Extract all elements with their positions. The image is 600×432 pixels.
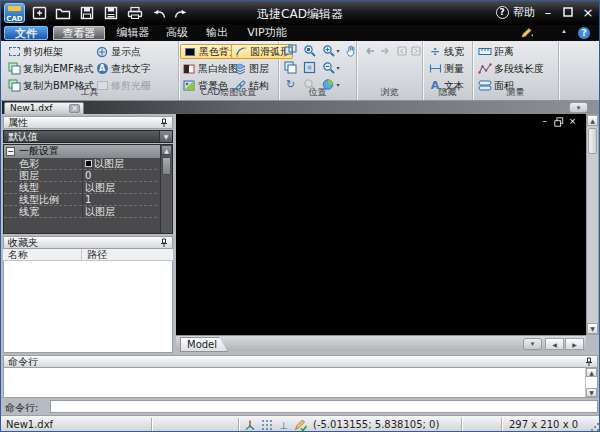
layout-tab-bar: Model ▾ ◀ ▶: [176, 335, 586, 351]
canvas-vertical-scrollbar[interactable]: ▲ ▼: [586, 114, 599, 335]
mdi-minimize-icon[interactable]: –: [539, 116, 550, 126]
ortho-mode-icon[interactable]: ⊥: [276, 418, 291, 432]
property-row-color[interactable]: 色彩 以图层: [4, 158, 157, 170]
crop-frame-button[interactable]: 剪切框架: [5, 44, 65, 59]
grid-snap-icon[interactable]: [259, 418, 274, 432]
draft-check-icon[interactable]: [293, 418, 308, 432]
group-label-hide: 隐藏: [423, 86, 472, 99]
collapse-category-icon[interactable]: −: [6, 147, 15, 156]
scroll-up-icon[interactable]: ▲: [161, 145, 172, 155]
hide-lineweight-button[interactable]: ÷ 线宽: [426, 44, 466, 59]
drawing-canvas[interactable]: – ×: [176, 114, 586, 335]
resize-grip[interactable]: [590, 422, 600, 432]
column-path[interactable]: 路径: [87, 249, 107, 260]
layout-chevron-icon[interactable]: ▾: [523, 338, 542, 350]
property-grid-scrollbar[interactable]: ▲: [160, 145, 172, 233]
cmd-scroll-up-icon[interactable]: ▲: [586, 368, 597, 377]
show-points-button[interactable]: 显示点: [93, 44, 143, 59]
find-text-button[interactable]: A 查找文字: [93, 61, 153, 76]
status-paper-size: 297 x 210 x 0: [509, 418, 578, 432]
canvas-scroll-up-icon[interactable]: ▲: [587, 115, 598, 126]
group-label-browse: 浏览: [357, 86, 422, 99]
properties-pin-icon[interactable]: [159, 118, 169, 128]
collapse-ribbon-icon[interactable]: ▴: [557, 27, 571, 35]
document-tab[interactable]: New1.dxf ×: [4, 102, 84, 114]
copy-emf-button[interactable]: 复制为EMF格式: [5, 61, 96, 76]
layers-icon: [233, 62, 247, 75]
ucs-axes-icon[interactable]: [242, 418, 257, 432]
tab-advanced[interactable]: 高级: [159, 26, 195, 40]
zoom-window-icon[interactable]: [300, 43, 319, 58]
undo-button[interactable]: [149, 5, 169, 21]
ribbon-group-cad-settings: 黑色背景 黑白绘图 背景色 圆滑弧形 图层 结构: [179, 41, 279, 100]
ribbon-help-icon[interactable]: ?: [577, 27, 591, 39]
commandline-pin-icon[interactable]: [584, 357, 594, 367]
document-tab-close-icon[interactable]: ×: [69, 104, 80, 113]
ribbon-group-measure: 距离 多段线长度 面积 测量: [473, 41, 559, 100]
tab-editor[interactable]: 编辑器: [109, 26, 157, 40]
property-category-row[interactable]: − 一般设置: [4, 145, 172, 158]
save-button[interactable]: [77, 5, 97, 21]
scroll-thumb[interactable]: [162, 157, 171, 175]
model-tab[interactable]: Model: [180, 337, 228, 352]
properties-preset-dropdown[interactable]: 默认值 ▼: [3, 130, 173, 143]
find-text-icon: A: [95, 62, 109, 75]
maximize-button[interactable]: [559, 4, 577, 20]
bw-drawing-icon: [182, 62, 196, 75]
tab-list-chevron-icon[interactable]: ▾: [569, 102, 588, 113]
tab-file[interactable]: 文件: [4, 26, 48, 40]
app-logo-icon[interactable]: CAD: [4, 3, 25, 23]
favorites-pin-icon[interactable]: [159, 238, 169, 248]
favorites-list[interactable]: [3, 261, 173, 353]
print-button[interactable]: [125, 5, 145, 21]
help-icon[interactable]: ?: [495, 4, 509, 20]
polyline-length-button[interactable]: 多段线长度: [476, 61, 546, 76]
commandline-panel-header: 命令行: [3, 355, 598, 368]
rotate-3d-icon[interactable]: [281, 43, 300, 58]
open-file-button[interactable]: [53, 5, 73, 21]
app-window: CAD 迅捷CAD编辑器 ? 帮助 – × 文件 查看器 编辑器 高级 输出 V…: [0, 0, 600, 432]
zoom-extents-icon[interactable]: [300, 60, 319, 75]
preset-dropdown-arrow-icon[interactable]: ▼: [159, 131, 172, 142]
tab-viewer[interactable]: 查看器: [53, 26, 105, 40]
group-label-cad-settings: CAD绘图设置: [179, 86, 278, 99]
close-button[interactable]: ×: [579, 4, 597, 20]
property-row-lineweight[interactable]: 线宽 以图层: [4, 206, 157, 218]
pen-tool-icon[interactable]: [517, 27, 537, 39]
column-name[interactable]: 名称: [8, 249, 28, 260]
canvas-scroll-thumb[interactable]: [588, 128, 597, 154]
zoom-in-icon[interactable]: ▾: [319, 43, 343, 58]
tab-output[interactable]: 输出: [198, 26, 236, 40]
command-prompt-label: 命令行:: [5, 401, 38, 415]
distance-button[interactable]: 距离: [476, 44, 516, 59]
group-label-tools: 工具: [1, 86, 178, 99]
canvas-scroll-down-icon[interactable]: ▼: [587, 323, 598, 334]
zoom-out-icon[interactable]: ▾: [319, 60, 343, 75]
canvas-scroll-right-icon[interactable]: ▶: [565, 338, 584, 350]
save-as-button[interactable]: [101, 5, 121, 21]
cmd-scroll-down-icon[interactable]: ▼: [586, 388, 597, 397]
hide-measure-button[interactable]: 测量: [426, 61, 466, 76]
tab-vip[interactable]: VIP功能: [239, 26, 295, 40]
group-label-position: 位置: [279, 86, 356, 99]
canvas-scroll-left-icon[interactable]: ◀: [545, 338, 564, 350]
command-input[interactable]: [50, 400, 598, 413]
copy-view-icon[interactable]: [281, 60, 300, 75]
minimize-button[interactable]: –: [539, 4, 557, 20]
property-row-layer[interactable]: 图层 0: [4, 170, 157, 182]
layers-button[interactable]: 图层: [231, 61, 271, 76]
crop-frame-icon: [7, 45, 21, 58]
mdi-restore-icon[interactable]: [553, 116, 564, 127]
commandline-history[interactable]: ▲ ▼: [3, 368, 598, 398]
help-button[interactable]: 帮助: [511, 4, 537, 20]
mdi-close-icon[interactable]: ×: [567, 116, 578, 126]
status-filename: New1.dxf: [6, 418, 53, 432]
redo-button[interactable]: [171, 5, 191, 21]
property-row-linetype-scale[interactable]: 线型比例 1: [4, 194, 157, 206]
favorites-title: 收藏夹: [8, 237, 38, 248]
show-points-icon: [95, 45, 109, 58]
smooth-arc-icon: [234, 45, 248, 58]
copy-emf-icon: [7, 62, 21, 75]
new-file-button[interactable]: [29, 5, 49, 21]
property-row-linetype[interactable]: 线型 以图层: [4, 182, 157, 194]
